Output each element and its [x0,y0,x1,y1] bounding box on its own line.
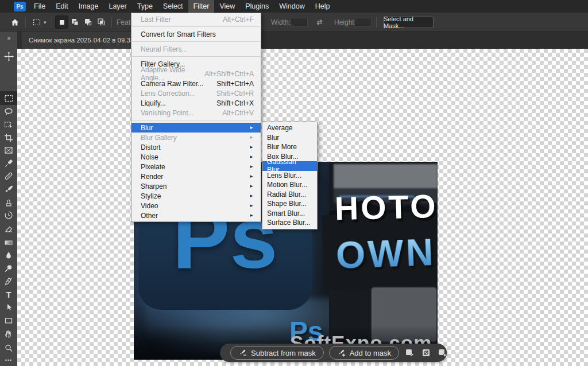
gradient-tool[interactable] [0,236,17,249]
submenu-item-radial-blur[interactable]: Radial Blur... [262,190,317,200]
pen-nib-icon [4,277,13,286]
disable-mask-button[interactable] [421,346,431,360]
document-tab[interactable]: Снимок экрана 2025-04-02 в 09.33.53... [22,32,142,49]
menu-item-liquify[interactable]: Liquify...Shift+Ctrl+X [131,98,261,108]
new-selection-button[interactable] [56,13,68,32]
menu-file[interactable]: File [29,0,51,13]
crop-tool[interactable] [0,131,17,144]
menu-item-noise[interactable]: Noise► [131,152,261,162]
menu-plugins[interactable]: Plugins [240,0,274,13]
menu-view[interactable]: View [214,0,240,13]
zoom-tool[interactable] [0,342,17,355]
menu-filter[interactable]: Filter [188,0,215,13]
menu-item-render[interactable]: Render► [131,172,261,181]
brush-tool[interactable] [0,183,17,196]
submenu-arrow-icon: ► [249,164,254,169]
submenu-item-motion-blur[interactable]: Motion Blur... [262,180,317,190]
invert-mask-button[interactable] [405,346,415,360]
mask-properties-button[interactable] [438,346,447,360]
submenu-arrow-icon: ► [249,135,254,140]
clone-stamp-tool[interactable] [0,196,17,209]
submenu-item-shape-blur[interactable]: Shape Blur... [262,199,317,209]
crop-icon [4,133,13,142]
more-options-button[interactable]: ••• [452,350,460,356]
pen-tool[interactable] [0,275,17,287]
menu-item-pixelate[interactable]: Pixelate► [131,162,261,172]
subtract-from-selection-button[interactable] [82,13,94,32]
eyedropper-icon [4,159,13,168]
spot-healing-brush-tool[interactable] [0,170,17,182]
add-to-selection-icon [71,18,79,26]
rectangular-marquee-tool[interactable] [0,91,17,105]
swap-dimensions-button[interactable] [315,13,324,32]
history-brush-tool[interactable] [0,209,17,221]
menu-help[interactable]: Help [310,0,335,13]
add-to-mask-button[interactable]: Add to mask [329,346,399,360]
submenu-item-smart-blur[interactable]: Smart Blur... [262,209,317,219]
menu-item-other[interactable]: Other► [131,211,261,220]
menu-select[interactable]: Select [158,0,188,13]
menu-item-neural-filters[interactable]: Neural Filters... [131,44,261,54]
submenu-item-average[interactable]: Average [262,123,317,133]
edit-toolbar-button[interactable]: ••• [0,354,17,366]
menu-item-sharpen[interactable]: Sharpen► [131,181,261,191]
menu-item-lens-correction[interactable]: Lens Correction...Shift+Ctrl+R [131,88,261,98]
select-and-mask-button[interactable]: Select and Mask... [383,17,434,28]
tool-preset-dropdown[interactable]: ▾ [44,13,47,32]
eyedropper-tool[interactable] [0,157,17,170]
eraser-tool[interactable] [0,222,17,235]
menu-item-convert-for-smart-filters[interactable]: Convert for Smart Filters [131,29,261,39]
dodge-tool[interactable] [0,262,17,275]
invert-mask-icon [405,348,415,357]
submenu-item-gaussian-blur[interactable]: Gaussian Blur... [262,161,317,171]
lasso-tool[interactable] [0,106,17,118]
home-icon [10,18,20,27]
frame-tool[interactable] [0,144,17,157]
tool-strip: » [0,32,17,366]
menu-item-blur-gallery[interactable]: Blur Gallery► [131,133,261,142]
menu-image[interactable]: Image [74,0,104,13]
blur-tool[interactable] [0,249,17,262]
add-to-selection-button[interactable] [69,13,81,32]
frame-icon [4,146,13,155]
submenu-arrow-icon: ► [249,184,254,189]
collapse-toolbar-button[interactable]: » [0,32,17,44]
menu-item-last-filter[interactable]: Last FilterAlt+Ctrl+F [131,14,261,24]
menu-type[interactable]: Type [132,0,158,13]
healing-brush-icon [4,172,13,181]
menu-edit[interactable]: Edit [51,0,74,13]
path-selection-tool[interactable] [0,301,17,314]
tool-preset-marquee[interactable] [32,13,41,32]
image-headline-top: HOTO [334,187,438,228]
menu-layer[interactable]: Layer [103,0,131,13]
lasso-icon [4,107,13,116]
menu-item-video[interactable]: Video► [131,201,261,211]
menu-item-distort[interactable]: Distort► [131,142,261,152]
type-tool[interactable]: T [0,288,17,301]
menu-item-vanishing-point[interactable]: Vanishing Point...Alt+Ctrl+V [131,108,261,118]
intersect-selection-button[interactable] [95,13,107,32]
object-selection-tool[interactable] [0,119,17,131]
clone-stamp-icon [4,198,13,207]
subtract-from-mask-button[interactable]: Subtract from mask [230,346,324,360]
submenu-item-blur-more[interactable]: Blur More [262,142,317,152]
brush-plus-icon [337,349,346,357]
menu-item-camera-raw-filter[interactable]: Camera Raw Filter...Shift+Ctrl+A [131,79,261,88]
move-tool[interactable] [0,50,17,63]
submenu-arrow-icon: ► [249,145,254,150]
eraser-icon [4,224,13,233]
menu-item-blur[interactable]: Blur► [131,123,261,133]
width-input[interactable] [291,13,308,32]
menu-window[interactable]: Window [274,0,310,13]
rectangle-tool[interactable] [0,314,17,327]
submenu-item-blur[interactable]: Blur [262,133,317,143]
menu-item-adaptive-wide-angle[interactable]: Adaptive Wide Angle...Alt+Shift+Ctrl+A [131,69,261,79]
home-button[interactable] [10,13,20,32]
move-tool-icon [4,52,14,61]
submenu-item-surface-blur[interactable]: Surface Blur... [262,218,317,228]
photoshop-logo-icon: Ps [14,2,26,11]
menu-item-stylize[interactable]: Stylize► [131,191,261,201]
submenu-arrow-icon: ► [249,154,254,159]
hand-tool[interactable] [0,328,17,340]
height-input[interactable] [354,13,372,32]
